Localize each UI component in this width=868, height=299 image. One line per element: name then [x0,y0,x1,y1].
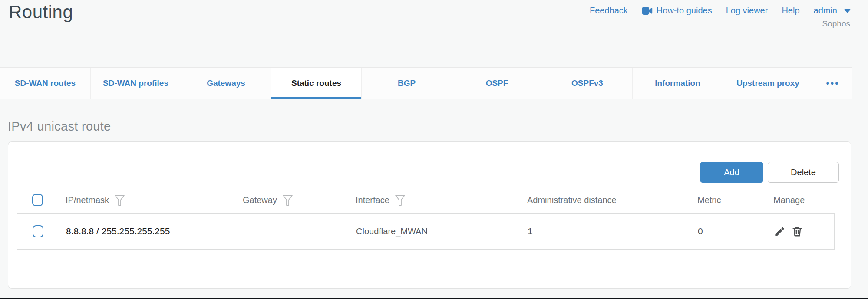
tab-ospfv3[interactable]: OSPFv3 [542,68,632,99]
filter-icon[interactable] [282,194,293,206]
log-viewer-link[interactable]: Log viewer [726,6,768,16]
column-manage: Manage [773,195,805,205]
column-gateway: Gateway [243,195,277,205]
routing-page: Routing Feedback How-to guides Log viewe… [0,0,868,299]
routing-tabbar: SD-WAN routes SD-WAN profiles Gateways S… [0,67,852,99]
add-button[interactable]: Add [700,162,763,183]
tab-static-routes[interactable]: Static routes [271,68,361,99]
section-heading: IPv4 unicast route [8,119,851,134]
table-row: 8.8.8.8 / 255.255.255.255 Cloudflare_MWA… [17,213,835,250]
table-header: IP/netmask Gateway Interface [17,191,835,210]
interface-cell: Cloudflare_MWAN [356,227,528,237]
help-label: Help [782,6,799,16]
page-header: Routing Feedback How-to guides Log viewe… [0,0,868,67]
tab-gateways[interactable]: Gateways [181,68,271,99]
filter-icon[interactable] [114,194,125,206]
route-link[interactable]: 8.8.8.8 / 255.255.255.255 [66,226,170,236]
help-link[interactable]: Help [782,6,799,16]
table-toolbar: Add Delete [700,162,839,183]
delete-trash-icon[interactable] [792,226,803,237]
row-checkbox[interactable] [33,225,43,237]
filter-icon[interactable] [395,194,406,206]
log-viewer-label: Log viewer [726,6,768,16]
metric-cell: 0 [698,226,774,237]
admin-label: admin [814,6,837,16]
delete-button[interactable]: Delete [768,162,839,183]
tab-sdwan-profiles[interactable]: SD-WAN profiles [90,68,181,99]
tab-sdwan-routes[interactable]: SD-WAN routes [0,68,90,99]
tab-bgp[interactable]: BGP [361,68,452,99]
column-metric: Metric [697,195,721,205]
column-administrative-distance: Administrative distance [527,195,617,205]
administrative-distance-cell: 1 [528,226,698,237]
feedback-label: Feedback [590,6,628,16]
main-content: IPv4 unicast route Add Delete IP/netmask [8,99,851,289]
tab-upstream-proxy[interactable]: Upstream proxy [723,68,813,99]
column-ip-netmask: IP/netmask [66,195,109,205]
edit-pencil-icon[interactable] [774,226,785,237]
tab-information[interactable]: Information [632,68,723,99]
select-all-checkbox[interactable] [32,194,43,206]
tab-more-ellipsis-icon[interactable]: ••• [813,68,852,99]
page-title: Routing [9,2,73,23]
howto-guides-link[interactable]: How-to guides [642,6,712,16]
chevron-down-icon [844,9,851,13]
video-camera-icon [642,7,653,15]
static-routes-card: Add Delete IP/netmask Gateway [8,141,851,289]
howto-guides-label: How-to guides [657,6,712,16]
admin-menu[interactable]: admin [814,6,851,16]
brand-label: Sophos [822,19,850,29]
feedback-link[interactable]: Feedback [590,6,628,16]
column-interface: Interface [356,195,389,205]
tab-ospf[interactable]: OSPF [452,68,542,99]
top-navigation: Feedback How-to guides Log viewer Help a… [590,6,851,16]
